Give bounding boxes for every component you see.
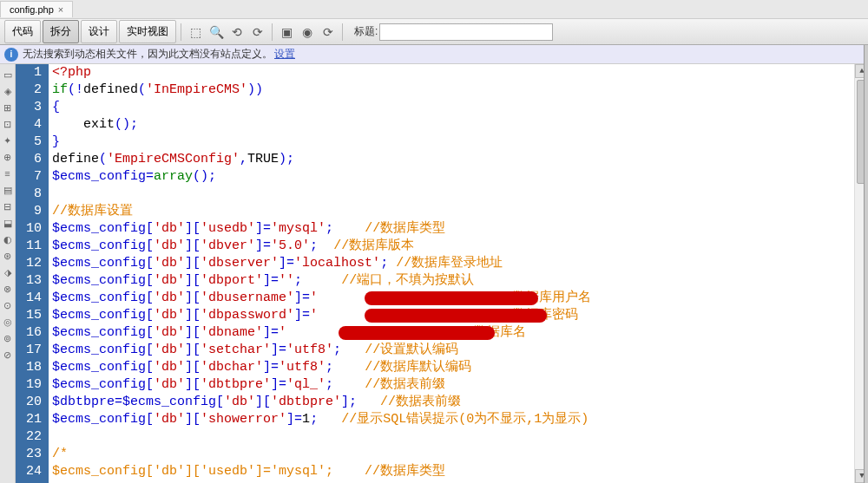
code-line[interactable]: } — [52, 134, 865, 151]
side-tool-icon[interactable]: ⊘ — [1, 348, 15, 362]
line-number: 16 — [19, 324, 42, 342]
view-live-button[interactable]: 实时视图 — [119, 20, 176, 43]
info-icon: i — [4, 48, 18, 62]
tab-close-icon[interactable]: × — [58, 4, 63, 15]
redaction-mark — [339, 326, 495, 340]
nav-forward-icon[interactable]: ⟳ — [248, 23, 267, 42]
side-tool-icon[interactable]: ≡ — [1, 166, 15, 180]
line-number: 11 — [19, 238, 42, 255]
line-number: 7 — [19, 168, 42, 186]
line-number: 1 — [19, 64, 42, 82]
side-toolbar: ▭ ◈ ⊞ ⊡ ✦ ⊕ ≡ ▤ ⊟ ⬓ ◐ ⊛ ⬗ ⊗ ⊙ ◎ ⊚ ⊘ — [0, 64, 16, 483]
side-tool-icon[interactable]: ⊕ — [1, 150, 15, 164]
code-line[interactable] — [52, 186, 865, 203]
file-tab[interactable]: config.php × — [0, 1, 73, 17]
code-line[interactable]: { — [52, 99, 865, 116]
info-text: 无法搜索到动态相关文件，因为此文档没有站点定义。 — [23, 47, 273, 62]
code-line[interactable]: if(!defined('InEmpireCMS')) — [52, 82, 865, 99]
line-number: 12 — [19, 255, 42, 272]
tab-bar: config.php × — [0, 0, 868, 19]
view-design-button[interactable]: 设计 — [81, 20, 117, 43]
side-tool-icon[interactable]: ⊡ — [1, 117, 15, 131]
code-line[interactable]: $ecms_config['db']['dbport']=''; //端口，不填… — [52, 272, 865, 290]
settings-link[interactable]: 设置 — [274, 47, 295, 62]
line-number: 20 — [19, 394, 42, 411]
line-gutter: 123456789101112131415161718192021222324 — [16, 64, 49, 483]
side-tool-icon[interactable]: ◐ — [1, 232, 15, 246]
line-number: 8 — [19, 186, 42, 203]
title-input[interactable] — [379, 23, 553, 41]
code-line[interactable]: $ecms_config['db']['dbchar']='utf8'; //数… — [52, 359, 865, 376]
line-number: 24 — [19, 463, 42, 480]
main-area: ▭ ◈ ⊞ ⊡ ✦ ⊕ ≡ ▤ ⊟ ⬓ ◐ ⊛ ⬗ ⊗ ⊙ ◎ ⊚ ⊘ 1234… — [0, 64, 868, 483]
toolbar-separator — [272, 23, 273, 41]
side-tool-icon[interactable]: ▭ — [1, 68, 15, 82]
side-tool-icon[interactable]: ⊛ — [1, 249, 15, 263]
line-number: 4 — [19, 116, 42, 134]
side-tool-icon[interactable]: ◎ — [1, 315, 15, 329]
nav-back-icon[interactable]: ⟲ — [227, 23, 247, 42]
tool1-icon[interactable]: ▣ — [277, 23, 296, 42]
view-split-button[interactable]: 拆分 — [43, 20, 79, 43]
main-toolbar: 代码 拆分 设计 实时视图 ⬚ 🔍 ⟲ ⟳ ▣ ◉ ⟳ 标题: — [0, 19, 868, 45]
line-number: 15 — [19, 307, 42, 324]
line-number: 2 — [19, 82, 42, 99]
line-number: 13 — [19, 272, 42, 290]
line-number: 18 — [19, 359, 42, 376]
code-line[interactable]: define('EmpireCMSConfig',TRUE); — [52, 151, 865, 168]
redaction-mark — [365, 291, 538, 305]
side-tool-icon[interactable]: ▤ — [1, 183, 15, 197]
title-label: 标题: — [354, 24, 378, 39]
side-tool-icon[interactable]: ⊚ — [1, 331, 15, 345]
code-line[interactable]: $dbtbpre=$ecms_config['db']['dbtbpre']; … — [52, 394, 865, 411]
side-tool-icon[interactable]: ⬗ — [1, 265, 15, 279]
code-line[interactable]: $ecms_config['db']['dbserver']='localhos… — [52, 255, 865, 272]
inspect-icon[interactable]: ⬚ — [186, 23, 205, 42]
code-line[interactable]: $ecms_config['db']['usedb']='mysql'; //数… — [52, 220, 865, 238]
code-line[interactable]: $ecms_config['db']['dbver']='5.0'; //数据库… — [52, 238, 865, 255]
line-number: 10 — [19, 220, 42, 238]
line-number: 23 — [19, 446, 42, 463]
line-number: 21 — [19, 411, 42, 428]
zoom-icon[interactable]: 🔍 — [207, 23, 226, 42]
line-number: 5 — [19, 134, 42, 151]
line-number: 6 — [19, 151, 42, 168]
code-line[interactable]: $ecms_config['db']['dbtbpre']='ql_'; //数… — [52, 376, 865, 394]
side-tool-icon[interactable]: ⊞ — [1, 101, 15, 114]
side-tool-icon[interactable]: ⊙ — [1, 298, 15, 312]
code-line[interactable]: $ecms_config['db']['dbpassword']=' //数据库… — [52, 307, 865, 324]
line-number: 14 — [19, 290, 42, 307]
line-number: 9 — [19, 203, 42, 220]
toolbar-separator — [342, 23, 343, 41]
info-bar: i 无法搜索到动态相关文件，因为此文档没有站点定义。 设置 — [0, 45, 868, 64]
side-tool-icon[interactable]: ◈ — [1, 84, 15, 98]
code-area[interactable]: <?phpif(!defined('InEmpireCMS')){ exit()… — [49, 64, 868, 483]
side-tool-icon[interactable]: ⬓ — [1, 216, 15, 230]
code-line[interactable]: $ecms_config['db']['dbusername']=' //数据库… — [52, 290, 865, 307]
code-line[interactable]: $ecms_config['db']['usedb']='mysql'; //数… — [52, 463, 865, 480]
code-line[interactable]: $ecms_config=array(); — [52, 168, 865, 186]
code-line[interactable]: $ecms_config['db']['setchar']='utf8'; //… — [52, 342, 865, 359]
toolbar-separator — [181, 23, 181, 41]
side-tool-icon[interactable]: ✦ — [1, 134, 15, 147]
line-number: 22 — [19, 428, 42, 446]
code-line[interactable]: $ecms_config['db']['showerror']=1; //显示S… — [52, 411, 865, 428]
view-code-button[interactable]: 代码 — [4, 20, 41, 43]
line-number: 19 — [19, 376, 42, 394]
code-line[interactable]: //数据库设置 — [52, 203, 865, 220]
refresh-icon[interactable]: ⟳ — [319, 23, 338, 42]
code-line[interactable]: /* — [52, 446, 865, 463]
line-number: 3 — [19, 99, 42, 116]
code-line[interactable]: <?php — [52, 64, 865, 82]
tool2-icon[interactable]: ◉ — [298, 23, 317, 42]
redaction-mark — [365, 309, 547, 323]
side-tool-icon[interactable]: ⊗ — [1, 282, 15, 296]
code-line[interactable]: exit(); — [52, 116, 865, 134]
side-tool-icon[interactable]: ⊟ — [1, 199, 15, 213]
code-editor[interactable]: 123456789101112131415161718192021222324 … — [16, 64, 868, 483]
tab-label: config.php — [10, 4, 54, 15]
line-number: 17 — [19, 342, 42, 359]
right-panel-edge[interactable] — [864, 45, 868, 483]
code-line[interactable]: $ecms_config['db']['dbname']=' //数据库名 — [52, 324, 865, 342]
code-line[interactable] — [52, 428, 865, 446]
